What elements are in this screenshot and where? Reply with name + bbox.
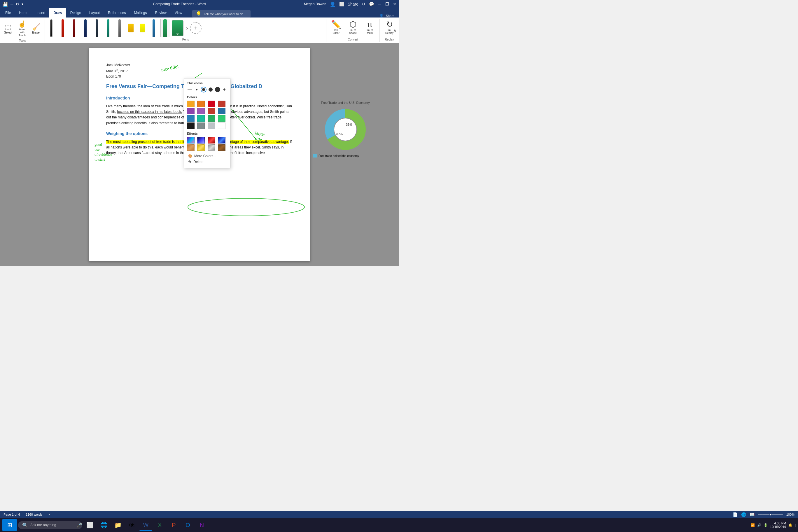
thickness-label: Thickness	[187, 81, 227, 85]
swatch-white[interactable]	[218, 122, 226, 129]
undo-btn[interactable]: ─	[11, 2, 14, 6]
pen-darknavy[interactable]	[92, 19, 102, 37]
effect-galaxy1[interactable]	[187, 137, 194, 144]
swatch-purple2[interactable]	[197, 108, 205, 114]
thickness-line[interactable]	[187, 87, 193, 93]
eraser-btn[interactable]: 🧹 Eraser	[30, 23, 42, 35]
tab-file[interactable]: File	[1, 8, 15, 18]
swatch-black[interactable]	[187, 122, 194, 129]
pen-lightyellow[interactable]	[137, 19, 148, 37]
ink-to-shape-btn[interactable]: ⬡ Ink toShape	[346, 19, 360, 36]
pen-navy[interactable]	[80, 19, 91, 37]
pen-blue[interactable]	[149, 19, 159, 37]
doc-author: Jack McKeever	[106, 62, 293, 68]
tab-mailings[interactable]: Mailings	[130, 8, 151, 18]
convert-items: ✏️ InkEditor ⬡ Ink toShape π Ink toMath	[329, 19, 377, 37]
chart-title: Free Trade and the U.S. Economy	[313, 100, 377, 105]
pen-dropdown-btn[interactable]	[171, 20, 184, 36]
tab-review[interactable]: Review	[151, 8, 171, 18]
donut-chart: 33% 67%	[323, 108, 367, 151]
thickness-sm[interactable]	[194, 87, 200, 93]
thickness-custom[interactable]: +	[221, 87, 227, 93]
tell-me-bar[interactable]: 💡 Tell me what you want to do	[192, 10, 250, 18]
delete-item[interactable]: 🗑 Delete	[187, 159, 227, 165]
pen-teal[interactable]	[103, 19, 113, 37]
swatch-blue1[interactable]	[218, 108, 226, 114]
collapse-ribbon-btn[interactable]: ∧	[393, 27, 397, 33]
draw-touch-label: Draw with Touch	[17, 28, 27, 37]
tab-layout[interactable]: Layout	[85, 8, 104, 18]
swatch-blue2[interactable]	[187, 115, 194, 121]
pen-red[interactable]	[57, 19, 68, 37]
tab-references[interactable]: References	[104, 8, 130, 18]
close-btn[interactable]: ✕	[393, 2, 397, 6]
swatch-lightgray[interactable]	[208, 122, 215, 129]
redo-btn[interactable]: ↺	[16, 2, 19, 6]
swatch-green2[interactable]	[218, 115, 226, 121]
comments-btn[interactable]: 💬	[369, 2, 374, 6]
draw-with-touch-btn[interactable]: ☝ Draw with Touch	[15, 20, 29, 38]
ink-to-math-btn[interactable]: π Ink toMath	[363, 19, 377, 36]
pen-green-selected[interactable]	[160, 19, 170, 37]
swatch-orange1[interactable]	[187, 101, 194, 107]
ribbon-group-convert: ✏️ InkEditor ⬡ Ink toShape π Ink toMath …	[326, 19, 380, 42]
ink-editor-icon: ✏️	[331, 20, 341, 28]
title-bar-center: Competing Trade Theories - Word	[55, 2, 304, 6]
tab-view[interactable]: View	[171, 8, 186, 18]
swatch-crimson[interactable]	[208, 108, 215, 114]
share-area[interactable]: 👤 Share	[376, 14, 398, 18]
maximize-view-btn[interactable]: ⬜	[339, 2, 344, 6]
ink-to-math-icon: π	[367, 20, 373, 28]
tell-me-icon: 💡	[196, 11, 202, 17]
ink-replay-label: InkReplay	[385, 28, 394, 34]
chart-panel: Free Trade and the U.S. Economy 33%	[313, 100, 377, 158]
pen-black[interactable]	[46, 19, 57, 37]
pen-gray[interactable]	[114, 19, 125, 37]
effect-silver[interactable]	[208, 145, 215, 151]
effect-copper[interactable]	[187, 145, 194, 151]
effect-galaxy2[interactable]	[197, 137, 205, 144]
share-label[interactable]: Share	[386, 14, 394, 18]
effect-gold[interactable]	[197, 145, 205, 151]
history-btn[interactable]: ↺	[362, 2, 365, 6]
swatch-purple1[interactable]	[187, 108, 194, 114]
effects-grid	[187, 137, 227, 151]
minimize-btn[interactable]: ─	[377, 2, 381, 6]
ink-to-shape-icon: ⬡	[349, 20, 356, 28]
pens-scroll-right[interactable]: ›	[185, 24, 189, 32]
eraser-icon: 🧹	[32, 24, 40, 30]
tab-insert[interactable]: Insert	[32, 8, 49, 18]
select-btn[interactable]: ⬚ Select	[2, 23, 14, 35]
swatch-green1[interactable]	[208, 115, 215, 121]
pen-yellow[interactable]	[126, 19, 136, 37]
thickness-xl[interactable]	[215, 87, 221, 93]
thickness-options: +	[187, 87, 227, 93]
thickness-md-selected[interactable]	[201, 87, 207, 93]
effect-wood[interactable]	[218, 145, 226, 151]
swatch-gray[interactable]	[197, 122, 205, 129]
ink-editor-btn[interactable]: ✏️ InkEditor	[329, 19, 343, 36]
user-avatar: 👤	[330, 1, 336, 7]
legend-dot-blue	[313, 154, 317, 157]
tab-draw[interactable]: Draw	[49, 8, 66, 18]
add-pen-btn[interactable]: +	[190, 22, 202, 34]
word-icon[interactable]: 💾	[2, 1, 8, 7]
tools-items: ⬚ Select ☝ Draw with Touch 🧹 Eraser	[2, 20, 42, 38]
thickness-lg[interactable]	[208, 87, 213, 93]
swatch-teal[interactable]	[197, 115, 205, 121]
tab-design[interactable]: Design	[66, 8, 85, 18]
swatch-red2[interactable]	[218, 101, 226, 107]
more-colors-item[interactable]: 🎨 More Colors...	[187, 153, 227, 159]
swatch-red1[interactable]	[208, 101, 215, 107]
pen-darkred[interactable]	[69, 19, 79, 37]
replay-group-label: Replay	[382, 37, 397, 41]
effect-bluefoil[interactable]	[218, 137, 226, 144]
effect-redfoil[interactable]	[208, 137, 215, 144]
ribbon-bar: ⬚ Select ☝ Draw with Touch 🧹 Eraser Tool…	[0, 18, 399, 43]
tab-home[interactable]: Home	[15, 8, 32, 18]
quick-access-more[interactable]: ▾	[22, 2, 23, 6]
restore-btn[interactable]: ❐	[385, 2, 389, 6]
doc-meta: Jack McKeever May 8th, 2017 Econ 170	[106, 62, 293, 79]
share-btn[interactable]: Share	[348, 2, 359, 6]
swatch-orange2[interactable]	[197, 101, 205, 107]
